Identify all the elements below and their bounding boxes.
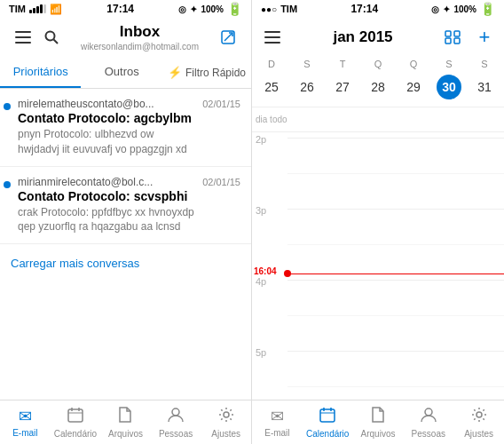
settings-nav-label-left: Ajustes <box>211 429 240 439</box>
right-panel: ●●○ TIM 17:14 ◎ ✦ 100% 🔋 jan 2015 <box>252 0 504 444</box>
nav-calendar-right[interactable]: Calendário <box>303 407 353 439</box>
battery-icon-left: 🔋 <box>227 2 242 16</box>
svg-rect-19 <box>454 38 460 44</box>
inbox-tabs: Prioritários Outros ⚡ Filtro Rápido <box>0 57 251 89</box>
search-button[interactable] <box>37 23 66 52</box>
inbox-header: Inbox wikersonlandim@hotmail.com <box>0 18 251 57</box>
email-nav-label-right: E-mail <box>264 428 289 438</box>
cal-date-31[interactable]: 31 <box>472 75 497 99</box>
compose-icon <box>220 29 236 45</box>
calendar-week-dates: 25 26 27 28 29 30 31 <box>252 75 504 99</box>
nav-settings-left[interactable]: Ajustes <box>201 407 251 439</box>
right-bottom-nav: ✉ E-mail Calendário Arquivos <box>252 400 504 444</box>
svg-rect-18 <box>445 38 451 44</box>
email-item-2[interactable]: mirianmirelecontato@bol.c... 02/01/15 Co… <box>0 167 251 245</box>
svg-point-3 <box>46 32 55 41</box>
calendar-menu-button[interactable] <box>259 24 286 51</box>
status-right-right: ◎ ✦ 100% 🔋 <box>431 2 495 16</box>
files-nav-label-right: Arquivos <box>361 429 396 439</box>
bluetooth-icon-right: ✦ <box>443 4 450 14</box>
nav-email-right[interactable]: ✉ E-mail <box>252 407 303 438</box>
time-slot-3p: 3p <box>252 203 504 239</box>
load-more-link[interactable]: Carregar mais conversas <box>11 257 139 270</box>
bluetooth-icon-left: ✦ <box>190 4 197 14</box>
svg-rect-15 <box>264 42 280 44</box>
menu-button[interactable] <box>9 23 37 52</box>
cal-date-26[interactable]: 26 <box>295 75 319 99</box>
wifi-icon-left: 📶 <box>50 4 62 15</box>
nav-people-right[interactable]: Pessoas <box>403 407 453 439</box>
email-preview-2: crak Protocolo: ppfdfbyc xx hvnoyxdp qep… <box>18 205 240 235</box>
day-name-5: S <box>431 57 467 71</box>
settings-nav-label-right: Ajustes <box>464 429 493 439</box>
nav-email-left[interactable]: ✉ E-mail <box>0 407 51 438</box>
cal-date-27[interactable]: 27 <box>330 75 355 99</box>
email-nav-icon-left: ✉ <box>19 407 32 426</box>
load-more[interactable]: Carregar mais conversas <box>0 244 251 281</box>
time-slots-container: 2p 3p 4p <box>252 132 504 400</box>
battery-left: 100% <box>201 4 224 14</box>
status-right-left: ◎ ✦ 100% 🔋 <box>178 2 242 16</box>
status-carrier-left: TIM 📶 <box>9 4 62 15</box>
time-slot-5p: 5p <box>252 345 504 381</box>
svg-point-24 <box>425 408 432 416</box>
time-slot-2p: 2p <box>252 132 504 168</box>
email-subject-2: Contato Protocolo: scvspbhi <box>18 189 240 203</box>
inbox-title: Inbox <box>66 23 214 41</box>
battery-right: 100% <box>453 4 476 14</box>
left-bottom-nav: ✉ E-mail Calendário Arquivos <box>0 400 251 444</box>
nav-settings-right[interactable]: Ajustes <box>453 407 504 439</box>
carrier-name-right: TIM <box>280 4 297 14</box>
lightning-icon: ⚡ <box>168 66 182 79</box>
cal-date-28[interactable]: 28 <box>366 75 390 99</box>
email-list: mirelematheuscontato@bo... 02/01/15 Cont… <box>0 89 251 400</box>
calendar-week-header: D S T Q Q S S <box>252 57 504 71</box>
email-item-1[interactable]: mirelematheuscontato@bo... 02/01/15 Cont… <box>0 89 251 167</box>
nav-files-right[interactable]: Arquivos <box>353 407 404 439</box>
svg-rect-2 <box>15 42 31 44</box>
email-date-1: 02/01/15 <box>202 99 240 109</box>
nav-people-left[interactable]: Pessoas <box>151 407 201 439</box>
svg-rect-0 <box>15 31 31 33</box>
nav-calendar-left[interactable]: Calendário <box>51 407 101 439</box>
time-right: 17:14 <box>350 3 378 15</box>
calendar-grid-button[interactable] <box>440 25 465 50</box>
nav-files-left[interactable]: Arquivos <box>100 407 151 439</box>
compose-button[interactable] <box>214 23 242 52</box>
cal-date-30[interactable]: 30 <box>437 75 461 99</box>
svg-point-11 <box>172 408 179 416</box>
location-icon-right: ◎ <box>431 4 439 14</box>
current-time-line <box>291 274 504 274</box>
tab-outros[interactable]: Outros <box>81 57 161 88</box>
tab-prioritarios[interactable]: Prioritários <box>0 57 81 88</box>
day-name-0: D <box>254 57 289 71</box>
email-header-row-1: mirelematheuscontato@bo... 02/01/15 <box>18 98 240 110</box>
calendar-nav-icon-right <box>319 407 335 427</box>
day-name-1: S <box>289 57 325 71</box>
svg-line-4 <box>54 40 59 44</box>
email-header-row-2: mirianmirelecontato@bol.c... 02/01/15 <box>18 176 240 188</box>
filter-button[interactable]: ⚡ Filtro Rápido <box>162 57 251 88</box>
svg-point-25 <box>476 412 482 417</box>
email-preview-1: pnyn Protocolo: ulbhezvd ow hwjdadvj iit… <box>18 127 240 157</box>
time-slot-gap4 <box>252 381 504 400</box>
calendar-nav-icon-left <box>67 407 83 427</box>
calendar-header: jan 2015 + <box>252 18 504 57</box>
time-slot-gap2 <box>252 239 504 274</box>
battery-icon-right: 🔋 <box>480 2 495 16</box>
calendar-add-button[interactable]: + <box>472 25 497 50</box>
email-subject-1: Contato Protocolo: agcbylbm <box>18 111 240 125</box>
svg-rect-13 <box>264 31 280 33</box>
unread-dot-1 <box>4 103 11 110</box>
cal-date-25[interactable]: 25 <box>259 75 284 99</box>
carrier-text-left: TIM <box>9 4 26 14</box>
settings-nav-icon-right <box>471 407 487 427</box>
unread-dot-2 <box>4 181 11 188</box>
cal-date-29[interactable]: 29 <box>401 75 426 99</box>
grid-icon <box>445 30 461 44</box>
email-date-2: 02/01/15 <box>202 177 240 187</box>
hamburger-icon <box>15 31 31 44</box>
time-slot-gap1 <box>252 168 504 203</box>
all-day-label: dia todo <box>252 115 287 124</box>
current-time-label: 16:04 <box>252 266 277 276</box>
